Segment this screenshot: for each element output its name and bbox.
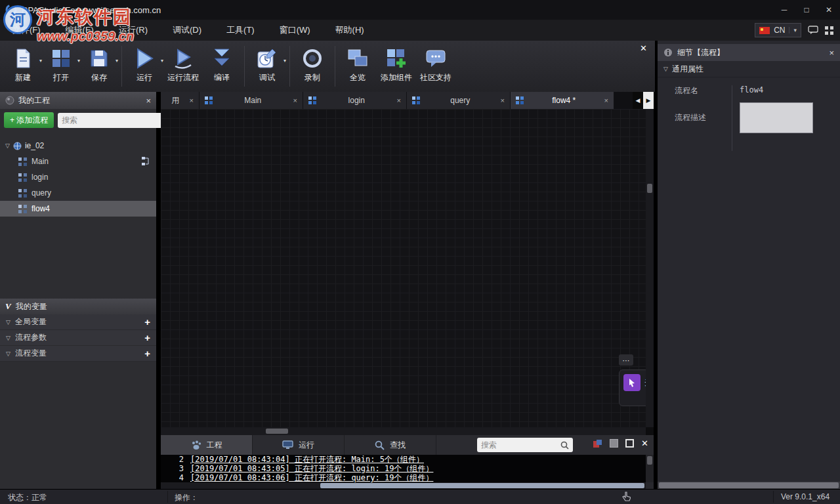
node-ellipsis-badge[interactable]: ⋯ <box>619 354 633 366</box>
tab-label: flow4 * <box>528 96 600 105</box>
flow-icon <box>18 205 27 213</box>
tab-scroll-left-icon[interactable]: ◀ <box>633 92 643 109</box>
save-button[interactable]: 保存 ▾ <box>80 43 118 89</box>
add-component-button[interactable]: 添加组件 <box>377 43 416 89</box>
menu-edit[interactable]: 编辑(E) <box>53 20 106 41</box>
community-button[interactable]: 社区支持 <box>416 43 455 89</box>
tree-item-query[interactable]: query <box>0 185 156 201</box>
output-tab-run[interactable]: 运行 <box>253 435 345 455</box>
compile-button[interactable]: 编译 <box>203 43 241 89</box>
tab-close-icon[interactable]: × <box>397 96 401 104</box>
tab-flow4[interactable]: flow4 * × <box>511 92 614 109</box>
tab-close-icon[interactable]: × <box>190 96 194 104</box>
run-button[interactable]: 运行 ▾ <box>125 43 163 89</box>
project-panel-close-icon[interactable]: × <box>146 96 151 106</box>
menu-tools[interactable]: 工具(T) <box>214 20 267 41</box>
feedback-bubble-icon[interactable] <box>808 26 818 35</box>
menu-file[interactable]: 文件(F) <box>0 20 53 41</box>
toolbar-separator <box>335 46 335 87</box>
tab-query[interactable]: query × <box>407 92 511 109</box>
record-button[interactable]: 录制 <box>293 43 331 89</box>
flow-description-field[interactable] <box>740 102 813 133</box>
new-button[interactable]: 新建 ▾ <box>4 43 42 89</box>
log-search-input[interactable] <box>481 440 560 450</box>
start-node[interactable]: 开 <box>619 369 646 406</box>
menu-window[interactable]: 窗口(W) <box>267 20 323 41</box>
chevron-down-icon[interactable]: ▾ <box>789 27 797 33</box>
tree-item-login[interactable]: login <box>0 169 156 185</box>
language-selector[interactable]: CN ▾ <box>755 23 801 37</box>
debug-dropdown-icon[interactable]: ▾ <box>284 58 286 64</box>
tab-close-icon[interactable]: × <box>293 96 297 104</box>
tree-root-ie02[interactable]: ▽ ie_02 <box>0 138 156 154</box>
menu-debug[interactable]: 调试(D) <box>160 20 214 41</box>
canvas-vertical-scrollbar[interactable] <box>646 109 654 427</box>
scrollbar-thumb[interactable] <box>266 429 288 434</box>
toolbar-close-icon[interactable]: ✕ <box>640 43 647 53</box>
general-properties-section[interactable]: ▽ 通用属性 <box>658 61 840 77</box>
status-text: 状态：正常 <box>8 492 47 503</box>
add-global-variable-button[interactable]: + <box>144 317 150 327</box>
tab-clipped[interactable]: 用 × <box>161 92 200 109</box>
menu-run[interactable]: 运行(R) <box>106 20 160 41</box>
scrollbar-thumb[interactable] <box>659 482 839 488</box>
open-button[interactable]: 打开 ▾ <box>42 43 80 89</box>
output-tab-find[interactable]: 查找 <box>345 435 436 455</box>
project-search-input[interactable] <box>62 116 163 125</box>
clear-log-icon[interactable] <box>610 439 618 448</box>
tab-label: login <box>321 96 392 105</box>
expander-icon[interactable]: ▽ <box>663 66 668 72</box>
scrollbar-thumb[interactable] <box>320 483 644 488</box>
expander-icon[interactable]: ▽ <box>5 142 10 149</box>
close-button[interactable]: ✕ <box>818 0 840 20</box>
scrollbar-thumb[interactable] <box>647 456 652 465</box>
tree-item-flow4[interactable]: flow4 <box>0 201 156 217</box>
scrollbar-thumb[interactable] <box>647 184 652 193</box>
details-horizontal-scrollbar[interactable] <box>658 482 840 489</box>
statusbar-separator <box>167 491 168 503</box>
save-label: 保存 <box>91 72 107 83</box>
flow-name-value[interactable]: flow4 <box>740 85 840 94</box>
expander-icon[interactable]: ▽ <box>6 350 10 357</box>
overview-button[interactable]: 全览 <box>339 43 377 89</box>
menu-help[interactable]: 帮助(H) <box>323 20 377 41</box>
flow-params-row[interactable]: ▽ 流程参数 + <box>0 330 156 346</box>
debug-button[interactable]: 调试 ▾ <box>248 43 286 89</box>
hand-cursor-icon <box>622 492 631 503</box>
log-vertical-scrollbar[interactable] <box>646 455 654 482</box>
run-flow-button[interactable]: 运行流程 <box>163 43 203 89</box>
var-section-label: 流程参数 <box>15 332 47 343</box>
output-tab-project[interactable]: 工程 <box>161 435 253 455</box>
expander-icon[interactable]: ▽ <box>6 319 10 326</box>
flow-icon <box>18 189 27 198</box>
expander-icon[interactable]: ▽ <box>6 335 10 341</box>
maximize-button[interactable]: □ <box>795 0 818 20</box>
add-flow-variable-button[interactable]: + <box>144 348 150 358</box>
tab-main[interactable]: Main × <box>200 92 303 109</box>
tab-scroll-right-icon[interactable]: ▶ <box>643 92 654 109</box>
global-variables-row[interactable]: ▽ 全局变量 + <box>0 314 156 330</box>
open-icon <box>51 46 72 71</box>
info-icon <box>663 48 673 57</box>
apps-grid-icon[interactable] <box>825 26 833 35</box>
export-log-icon[interactable] <box>593 439 602 448</box>
project-search-box <box>58 113 176 128</box>
details-panel-close-icon[interactable]: × <box>829 48 834 58</box>
log-list[interactable]: 2 [2019/07/01 08:43:04] 正在打开流程: Main: 5个… <box>161 455 646 482</box>
tab-close-icon[interactable]: × <box>604 96 608 104</box>
output-panel-close-icon[interactable]: ✕ <box>641 438 648 448</box>
tab-login[interactable]: login × <box>303 92 407 109</box>
flow-variables-row[interactable]: ▽ 流程变量 + <box>0 346 156 362</box>
statusbar: 状态：正常 操作： Ver 9.0.1_x64 <box>0 489 840 504</box>
save-dropdown-icon[interactable]: ▾ <box>116 58 118 64</box>
tree-item-main[interactable]: Main <box>0 154 156 169</box>
add-flow-button[interactable]: + 添加流程 <box>4 112 54 128</box>
maximize-panel-icon[interactable] <box>625 439 634 448</box>
tab-close-icon[interactable]: × <box>501 96 505 104</box>
minimize-button[interactable]: ─ <box>773 0 795 20</box>
canvas-horizontal-scrollbar[interactable] <box>161 427 646 435</box>
flow-canvas[interactable]: ⋯ 开 <box>161 109 646 427</box>
add-flow-param-button[interactable]: + <box>144 333 150 343</box>
log-horizontal-scrollbar[interactable] <box>161 482 646 489</box>
operation-text: 操作： <box>175 492 198 503</box>
